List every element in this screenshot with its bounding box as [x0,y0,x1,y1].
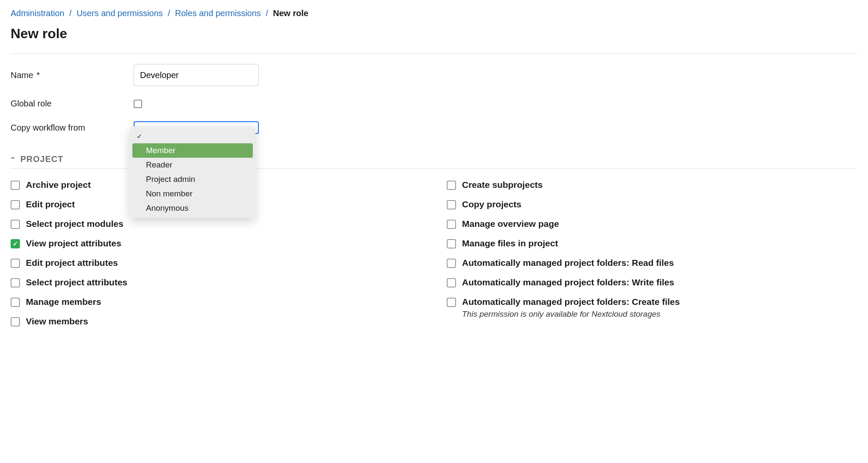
permission-label: Automatically managed project folders: W… [462,277,674,287]
section-title: PROJECT [20,154,63,164]
permission-item: Manage overview page [447,219,857,229]
permission-item: Select project attributes [11,277,421,287]
dropdown-option-member[interactable]: Member [132,143,253,158]
form-row-copy-workflow: Copy workflow from Member Reader Project… [11,121,857,134]
permission-label: Archive project [26,180,91,190]
permission-label: Select project attributes [26,277,127,287]
permission-label: Manage members [26,297,101,307]
permission-checkbox[interactable] [11,298,20,307]
permission-checkbox[interactable] [447,239,456,248]
permission-item: Copy projects [447,199,857,209]
divider [11,53,857,54]
permission-checkbox[interactable] [447,259,456,268]
permission-item: Automatically managed project folders: C… [447,297,857,307]
permission-checkbox[interactable] [11,181,20,190]
breadcrumb-separator: / [266,8,268,18]
permission-item: Select project modules [11,219,421,229]
breadcrumb: Administration / Users and permissions /… [11,8,857,18]
permissions-column-right: Create subprojectsCopy projectsManage ov… [447,180,857,336]
permission-item: View members [11,316,421,326]
copy-workflow-dropdown-wrap: Member Reader Project admin Non member A… [134,121,259,134]
breadcrumb-link-roles-permissions[interactable]: Roles and permissions [175,8,261,18]
dropdown-option-project-admin[interactable]: Project admin [132,172,253,187]
copy-workflow-label: Copy workflow from [11,123,134,133]
global-role-checkbox[interactable] [134,100,142,108]
permission-note: This permission is only available for Ne… [462,310,868,319]
required-indicator: * [36,70,40,80]
permission-checkbox[interactable] [11,278,20,287]
permission-label: Copy projects [462,199,521,209]
permission-item: Edit project attributes [11,258,421,268]
breadcrumb-link-users-permissions[interactable]: Users and permissions [76,8,162,18]
dropdown-option-anonymous[interactable]: Anonymous [132,201,253,215]
permission-label: View project attributes [26,238,121,248]
permission-label: Create subprojects [462,180,543,190]
permission-label: Automatically managed project folders: R… [462,258,674,268]
page-title: New role [11,26,857,42]
chevron-up-icon: ⌃ [9,156,17,163]
permission-label: Select project modules [26,219,123,229]
breadcrumb-separator: / [69,8,72,18]
dropdown-option-blank[interactable] [132,129,253,143]
permission-checkbox[interactable] [447,278,456,287]
permission-label: Edit project attributes [26,258,118,268]
permission-checkbox[interactable] [11,259,20,268]
permission-item: Create subprojects [447,180,857,190]
breadcrumb-link-administration[interactable]: Administration [11,8,64,18]
permission-item: Manage files in project [447,238,857,248]
global-role-label: Global role [11,99,134,109]
permission-checkbox[interactable] [11,220,20,229]
permission-label: Manage files in project [462,238,558,248]
permission-item: Manage members [11,297,421,307]
permission-checkbox[interactable] [11,317,20,326]
permission-checkbox[interactable] [11,239,20,248]
form-row-name: Name * [11,64,857,86]
copy-workflow-dropdown-menu: Member Reader Project admin Non member A… [130,126,255,218]
permission-checkbox[interactable] [11,200,20,209]
permission-item: Automatically managed project folders: W… [447,277,857,287]
dropdown-option-reader[interactable]: Reader [132,158,253,172]
name-label: Name * [11,70,134,80]
permission-checkbox[interactable] [447,298,456,307]
name-label-text: Name [11,70,33,80]
permission-checkbox[interactable] [447,220,456,229]
permission-checkbox[interactable] [447,200,456,209]
permission-item: Automatically managed project folders: R… [447,258,857,268]
permission-label: Edit project [26,199,75,209]
dropdown-option-non-member[interactable]: Non member [132,187,253,201]
permission-label: Manage overview page [462,219,559,229]
breadcrumb-separator: / [168,8,170,18]
form-row-global-role: Global role [11,99,857,109]
permission-label: View members [26,316,88,326]
permission-item: View project attributes [11,238,421,248]
permission-label: Automatically managed project folders: C… [462,297,680,307]
permission-checkbox[interactable] [447,181,456,190]
name-input[interactable] [134,64,259,86]
breadcrumb-current: New role [273,8,308,18]
